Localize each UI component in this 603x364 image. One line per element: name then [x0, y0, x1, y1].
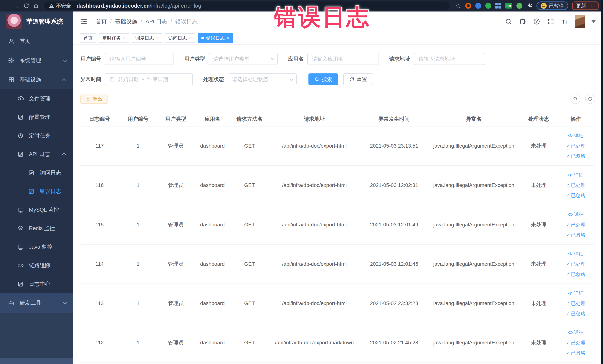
- close-icon[interactable]: ×: [189, 35, 192, 41]
- browser-forward-icon[interactable]: →: [12, 1, 21, 10]
- address-bar[interactable]: 不安全 dashboard.yudao.iocoder.cn/infra/log…: [44, 1, 450, 10]
- action-已忽略[interactable]: ✓已忽略: [566, 153, 585, 159]
- tab-scheduled-jobs[interactable]: 定时任务×: [99, 33, 129, 43]
- not-secure-warning[interactable]: 不安全: [49, 2, 71, 9]
- sidebar-item-log-center[interactable]: 日志中心: [0, 275, 73, 293]
- action-label: 已处理: [571, 300, 585, 307]
- toggle-search-button[interactable]: [570, 94, 580, 104]
- ext-puzzle-icon[interactable]: [526, 3, 532, 9]
- tab-home[interactable]: 首页: [80, 33, 96, 43]
- sidebar-item-scheduled-jobs[interactable]: 定时任务: [0, 127, 73, 145]
- ext-on-badge-icon[interactable]: on: [505, 3, 512, 9]
- cell-method: GET: [231, 284, 268, 323]
- chevron-down-icon: [290, 77, 293, 81]
- action-已处理[interactable]: ✓已处理: [566, 182, 585, 188]
- app-logo-row[interactable]: 芋道管理系统: [0, 12, 73, 32]
- sidebar-item-access-log[interactable]: 访问日志: [0, 164, 73, 182]
- cell-time: 2021-05-03 12:02:31: [361, 166, 428, 205]
- sidebar-item-java-monitor[interactable]: Java 监控: [0, 238, 73, 256]
- bookmark-star-icon[interactable]: ☆: [455, 2, 461, 10]
- browser-update-button[interactable]: 更新 ⋮: [572, 1, 599, 10]
- date-range-picker[interactable]: 开始日期 ~ 结束日期: [105, 73, 193, 85]
- tab-access-log[interactable]: 访问日志×: [165, 33, 195, 43]
- action-已忽略[interactable]: ✓已忽略: [566, 232, 585, 238]
- person-icon: [8, 38, 15, 45]
- export-button[interactable]: 导出: [81, 94, 107, 104]
- sidebar-item-infrastructure[interactable]: 基础设施: [0, 70, 73, 89]
- edit-icon: [17, 114, 24, 121]
- cell-time: 2021-05-03 23:13:51: [361, 127, 428, 165]
- action-已处理[interactable]: ✓已处理: [566, 222, 585, 228]
- edit-icon: [28, 169, 35, 176]
- user-avatar[interactable]: [575, 15, 585, 28]
- ext-blue-shield-icon[interactable]: [475, 3, 481, 9]
- paused-extension-button[interactable]: 已暂停: [536, 1, 568, 10]
- sidebar-item-config-mgmt[interactable]: 配置管理: [0, 108, 73, 127]
- ext-leaf-icon[interactable]: [516, 3, 522, 9]
- user-id-input[interactable]: [109, 56, 169, 62]
- sidebar-item-api-log[interactable]: API 日志: [0, 145, 73, 164]
- close-icon[interactable]: ×: [156, 35, 159, 41]
- close-icon[interactable]: ×: [227, 35, 230, 41]
- cell-time: 2021-05-02 21:45:28: [361, 323, 428, 362]
- ext-orange-ring-icon[interactable]: [465, 3, 471, 9]
- action-已忽略[interactable]: ✓已忽略: [566, 271, 585, 278]
- tab-error-log[interactable]: 错误日志×: [197, 33, 233, 43]
- kebab-menu-icon[interactable]: ⋮: [589, 3, 595, 9]
- app-name-input[interactable]: [312, 56, 374, 62]
- avatar-caret-down-icon[interactable]: [591, 20, 596, 23]
- sidebar-item-dev-tools[interactable]: 研发工具: [0, 293, 73, 313]
- sidebar-item-trace[interactable]: 链路追踪: [0, 256, 73, 275]
- page-url[interactable]: dashboard.yudao.iocoder.cn/infra/log/api…: [77, 3, 201, 9]
- action-已处理[interactable]: ✓已处理: [566, 143, 585, 149]
- action-已处理[interactable]: ✓已处理: [566, 261, 585, 267]
- action-详细[interactable]: 详细: [568, 329, 583, 336]
- sidebar-item-mysql-monitor[interactable]: MySQL 监控: [0, 201, 73, 219]
- tab-schedule-log[interactable]: 调度日志×: [132, 33, 162, 43]
- refresh-table-button[interactable]: [585, 94, 595, 104]
- sidebar-collapse-icon[interactable]: [80, 17, 88, 26]
- browser-reload-icon[interactable]: [22, 1, 31, 10]
- ext-green-circle-icon[interactable]: [485, 3, 491, 9]
- cell-user_type: 管理员: [158, 245, 194, 283]
- breadcrumb-item-current: 错误日志: [175, 18, 197, 25]
- action-label: 详细: [574, 211, 583, 218]
- browser-back-icon[interactable]: ←: [3, 1, 12, 10]
- sidebar-item-home[interactable]: 首页: [0, 32, 73, 51]
- action-详细[interactable]: 详细: [568, 211, 583, 218]
- breadcrumb-item[interactable]: 首页: [96, 18, 107, 25]
- action-已处理[interactable]: ✓已处理: [566, 300, 585, 307]
- sidebar-item-system-mgmt[interactable]: 系统管理: [0, 51, 73, 70]
- action-已忽略[interactable]: ✓已忽略: [566, 192, 585, 199]
- action-详细[interactable]: 详细: [568, 172, 583, 178]
- search-button[interactable]: 搜索: [308, 73, 338, 85]
- reset-button[interactable]: 重置: [343, 73, 373, 85]
- action-已处理[interactable]: ✓已处理: [566, 340, 585, 346]
- fullscreen-icon[interactable]: [547, 17, 555, 26]
- sidebar-item-error-log[interactable]: 错误日志: [0, 182, 73, 201]
- sidebar-item-redis-monitor[interactable]: Redis 监控: [0, 219, 73, 238]
- search-icon[interactable]: [504, 17, 512, 26]
- check-icon: ✓: [566, 261, 570, 267]
- github-icon[interactable]: [519, 17, 527, 26]
- cell-url: /api/infra/db-doc/export-html: [268, 166, 361, 205]
- sidebar-item-label: Java 监控: [29, 243, 67, 251]
- column-header: 日志编号: [81, 112, 119, 127]
- font-size-icon[interactable]: TT: [561, 17, 569, 26]
- user-type-select[interactable]: 请选择用户类型: [209, 53, 278, 65]
- action-详细[interactable]: 详细: [568, 251, 583, 257]
- breadcrumb-item[interactable]: API 日志: [146, 18, 167, 25]
- ext-grid-icon[interactable]: [495, 3, 501, 9]
- tab-label: 定时任务: [102, 35, 121, 41]
- request-url-input[interactable]: [418, 56, 481, 62]
- action-详细[interactable]: 详细: [568, 133, 583, 139]
- close-icon[interactable]: ×: [123, 35, 126, 41]
- breadcrumb-item[interactable]: 基础设施: [115, 18, 137, 25]
- action-详细[interactable]: 详细: [568, 290, 583, 296]
- action-已忽略[interactable]: ✓已忽略: [566, 350, 585, 356]
- help-icon[interactable]: [533, 17, 541, 26]
- browser-home-icon[interactable]: [32, 1, 40, 10]
- action-已忽略[interactable]: ✓已忽略: [566, 310, 585, 317]
- process-status-select[interactable]: 请选择处理状态: [228, 73, 297, 85]
- sidebar-item-file-mgmt[interactable]: 文件管理: [0, 89, 73, 108]
